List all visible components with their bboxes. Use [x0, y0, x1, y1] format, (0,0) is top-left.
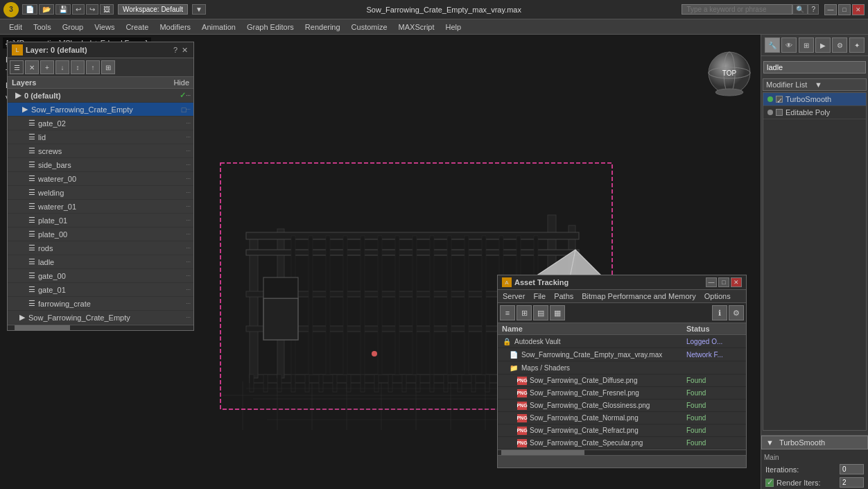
menu-group[interactable]: Group — [57, 22, 89, 33]
undo-button[interactable]: ↩ — [72, 4, 85, 15]
list-item[interactable]: PNG Sow_Farrowing_Crate_Refract.png Foun… — [498, 424, 746, 437]
list-item[interactable]: PNG Sow_Farrowing_Crate_Specular.png Fou… — [498, 437, 746, 449]
layers-scrollbar[interactable] — [8, 325, 193, 330]
menu-rendering[interactable]: Rendering — [300, 22, 346, 33]
turbosmoooth-rollout: ▼ TurboSmooth Main Iterations: ✓ Render … — [761, 435, 868, 489]
asset-minimize-button[interactable]: — — [706, 277, 717, 287]
asset-tb-info[interactable]: ℹ — [712, 305, 727, 320]
asset-tb-btn4[interactable]: ▦ — [550, 305, 565, 320]
list-item[interactable]: ☰ plate_01 ··· — [8, 214, 193, 228]
layers-tb-delete[interactable]: ✕ — [25, 60, 39, 74]
list-item[interactable]: PNG Sow_Farrowing_Crate_Normal.png Found — [498, 412, 746, 424]
iterations-input[interactable] — [840, 464, 864, 474]
modifier-turbosmoooth[interactable]: ✓ TurboSmooth — [763, 93, 866, 106]
list-item[interactable]: ▶ Sow_Farrowing_Crate_Empty ··· — [8, 311, 193, 325]
asset-tb-btn2[interactable]: ⊞ — [517, 305, 532, 320]
list-item[interactable]: ☰ plate_00 ··· — [8, 228, 193, 241]
layers-tb-btn6[interactable]: ↑ — [86, 60, 100, 74]
modifier-checkbox[interactable] — [776, 109, 783, 116]
list-item[interactable]: ☰ welding ··· — [8, 186, 193, 200]
layers-scrollbar-thumb[interactable] — [15, 325, 70, 331]
render-iters-checkbox[interactable]: ✓ — [765, 479, 774, 487]
menu-graph-editors[interactable]: Graph Editors — [241, 22, 300, 33]
asset-menu-bitmap[interactable]: Bitmap Performance and Memory — [580, 291, 697, 301]
asset-close-button[interactable]: ✕ — [731, 277, 742, 287]
menu-views[interactable]: Views — [89, 22, 120, 33]
menu-tools[interactable]: Tools — [28, 22, 57, 33]
menu-help[interactable]: Help — [440, 22, 467, 33]
list-item[interactable]: 📁 Maps / Shaders — [498, 361, 746, 375]
utilities-icon[interactable]: ⚙ — [832, 37, 847, 53]
help-button[interactable]: ? — [808, 4, 819, 15]
list-item[interactable]: PNG Sow_Farrowing_Crate_Glossiness.png F… — [498, 400, 746, 412]
menu-maxscript[interactable]: MAXScript — [393, 22, 440, 33]
open-button[interactable]: 📂 — [39, 4, 54, 15]
menu-edit[interactable]: Edit — [3, 22, 28, 33]
render-button[interactable]: 🖼 — [100, 4, 114, 15]
layers-help-button[interactable]: ? — [172, 46, 179, 55]
modifier-visibility-checkbox[interactable]: ✓ — [776, 96, 783, 103]
maximize-button[interactable]: □ — [838, 4, 851, 15]
asset-tb-settings[interactable]: ⚙ — [729, 305, 744, 320]
hierarchy-icon[interactable]: ⊞ — [799, 37, 814, 53]
list-item[interactable]: ▶ 0 (default) ✓ ··· — [8, 89, 193, 103]
list-item[interactable]: ☰ gate_02 ··· — [8, 117, 193, 130]
list-item[interactable]: ☰ gate_01 ··· — [8, 283, 193, 297]
minimize-button[interactable]: — — [824, 4, 837, 15]
list-item[interactable]: 🔒 Autodesk Vault Logged O... — [498, 335, 746, 348]
menu-animation[interactable]: Animation — [196, 22, 241, 33]
asset-tb-btn1[interactable]: ≡ — [500, 305, 515, 320]
list-item[interactable]: PNG Sow_Farrowing_Crate_Diffuse.png Foun… — [498, 375, 746, 387]
list-item[interactable]: ▶ Sow_Farrowing_Crate_Empty □ ··· — [8, 103, 193, 117]
list-item[interactable]: ☰ farrowing_crate ··· — [8, 297, 193, 311]
save-button[interactable]: 💾 — [55, 4, 71, 15]
redo-button[interactable]: ↪ — [86, 4, 98, 15]
new-button[interactable]: 📄 — [22, 4, 37, 15]
list-item[interactable]: ☰ side_bars ··· — [8, 158, 193, 172]
display-icon[interactable]: 👁 — [781, 37, 797, 53]
list-item[interactable]: PNG Sow_Farrowing_Crate_Fresnel.png Foun… — [498, 387, 746, 400]
list-item[interactable]: ☰ screws ··· — [8, 144, 193, 158]
layers-tb-add[interactable]: + — [40, 60, 54, 74]
asset-menu-server[interactable]: Server — [501, 291, 527, 301]
workspace-selector[interactable]: Workspace: Default — [118, 4, 188, 15]
layers-close-button[interactable]: ✕ — [180, 46, 189, 55]
layers-tb-btn5[interactable]: ↕ — [71, 60, 85, 74]
modifier-editable-poly[interactable]: Editable Poly — [763, 106, 866, 119]
asset-maximize-button[interactable]: □ — [718, 277, 729, 287]
menu-modifiers[interactable]: Modifiers — [154, 22, 196, 33]
list-item[interactable]: ☰ waterer_01 ··· — [8, 200, 193, 214]
close-button[interactable]: ✕ — [852, 4, 865, 15]
svg-rect-44 — [333, 375, 337, 392]
asset-tb-btn3[interactable]: ▤ — [533, 305, 548, 320]
asset-menu-options[interactable]: Options — [702, 291, 733, 301]
menu-create[interactable]: Create — [120, 22, 154, 33]
list-item[interactable]: ☰ rods ··· — [8, 241, 193, 255]
layers-tb-btn7[interactable]: ⊞ — [101, 60, 115, 74]
viewport-navigation-sphere[interactable]: TOP — [705, 49, 754, 97]
list-item[interactable]: 📄 Sow_Farrowing_Crate_Empty_max_vray.max… — [498, 348, 746, 361]
layers-tb-btn4[interactable]: ↓ — [55, 60, 69, 74]
workspace-dropdown[interactable]: ▼ — [192, 4, 206, 15]
modifier-list-dropdown[interactable]: Modifier List ▼ — [763, 78, 867, 91]
search-input[interactable] — [682, 4, 792, 15]
list-item[interactable]: ☰ waterer_00 ··· — [8, 172, 193, 186]
svg-rect-53 — [458, 375, 462, 392]
render-iters-input[interactable] — [840, 477, 864, 488]
asset-menu-paths[interactable]: Paths — [552, 291, 575, 301]
menu-customize[interactable]: Customize — [346, 22, 393, 33]
viewport[interactable]: [+] [Perspective] [Shaded + Edged Faces]… — [0, 35, 761, 489]
asset-menu-file[interactable]: File — [531, 291, 548, 301]
extra-icon[interactable]: ✦ — [849, 37, 865, 53]
list-item[interactable]: ☰ ladle ··· — [8, 255, 193, 269]
motion-icon[interactable]: ▶ — [815, 37, 831, 53]
modify-icon[interactable]: 🔧 — [765, 37, 780, 53]
list-item[interactable]: ☰ gate_00 ··· — [8, 269, 193, 283]
layers-tb-icon1[interactable]: ☰ — [10, 60, 24, 74]
list-item[interactable]: ☰ lid ··· — [8, 130, 193, 144]
asset-scrollbar[interactable] — [498, 449, 746, 455]
asset-path-input[interactable] — [498, 455, 746, 467]
object-name-field[interactable] — [763, 61, 866, 74]
search-button[interactable]: 🔍 — [792, 4, 808, 15]
turbosmoooth-header[interactable]: ▼ TurboSmooth — [761, 436, 868, 449]
